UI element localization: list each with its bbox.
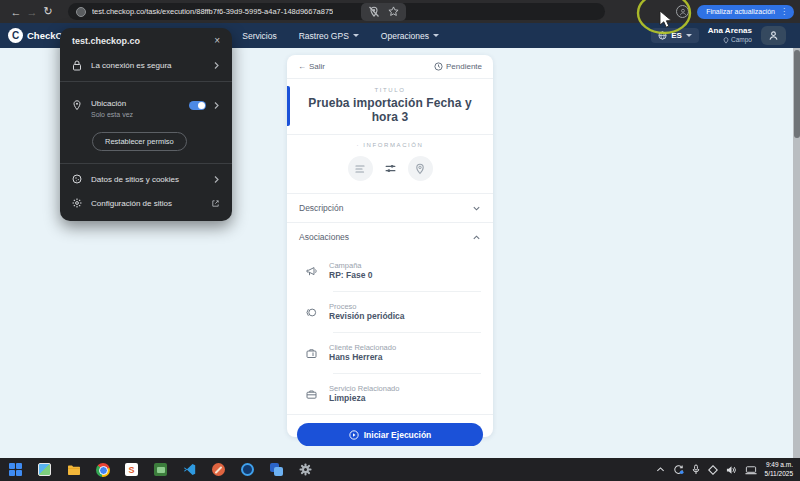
chrome-browser-icon[interactable] xyxy=(95,462,110,477)
connection-row[interactable]: La conexión es segura xyxy=(60,53,232,78)
onedrive-diamond-icon[interactable] xyxy=(708,465,718,475)
form-tab-button[interactable] xyxy=(384,162,397,175)
section-descripcion[interactable]: Descripción xyxy=(287,194,493,222)
file-explorer-icon[interactable] xyxy=(66,462,81,477)
user-role-row: Campo xyxy=(708,36,752,44)
blue-ring-app-icon[interactable] xyxy=(240,462,255,477)
vscode-icon[interactable] xyxy=(182,462,197,477)
play-circle-icon xyxy=(349,430,359,440)
location-permission-row[interactable]: Ubicación Solo esta vez xyxy=(60,85,232,125)
refresh-icon[interactable]: ↻ xyxy=(40,5,56,18)
blue-tiles-app-icon[interactable] xyxy=(269,462,284,477)
green-app-icon[interactable] xyxy=(153,462,168,477)
location-toggle[interactable] xyxy=(189,101,206,110)
bookmark-star-icon[interactable] xyxy=(388,6,399,17)
site-info-icon[interactable] xyxy=(76,7,86,17)
association-label: Servicio Relacionado xyxy=(329,384,399,394)
profile-icon[interactable] xyxy=(676,5,689,18)
portfolio-icon xyxy=(305,347,318,360)
windows-taskbar: S xyxy=(0,458,800,481)
site-settings-row[interactable]: Configuración de sitios xyxy=(60,191,232,215)
speaker-icon[interactable] xyxy=(726,465,737,475)
overflow-menu-icon[interactable]: ⋮ xyxy=(780,8,788,16)
association-value: Hans Herrera xyxy=(329,352,396,363)
association-value: RP: Fase 0 xyxy=(329,270,372,281)
align-left-icon xyxy=(354,163,366,175)
location-sub-label: Solo esta vez xyxy=(91,111,133,118)
map-pin-icon xyxy=(414,163,426,175)
checkop-logo-icon: C xyxy=(8,28,23,43)
user-name: Ana Arenas xyxy=(708,26,752,36)
language-button[interactable]: ES xyxy=(651,28,699,43)
microphone-icon[interactable] xyxy=(692,464,700,475)
association-label: Campaña xyxy=(329,261,372,271)
s-app-icon[interactable]: S xyxy=(124,462,139,477)
location-blocked-icon[interactable] xyxy=(368,6,380,18)
nav-item-label: Rastreo GPS xyxy=(299,31,349,41)
external-link-icon xyxy=(211,199,220,208)
title-label: TITULO xyxy=(299,87,481,93)
caret-down-icon xyxy=(433,34,439,37)
url-text[interactable]: test.checkop.co/task/execution/88ffb7f6-… xyxy=(92,7,333,16)
association-text: Proceso Revisión periódica xyxy=(329,302,405,323)
association-value: Revisión periódica xyxy=(329,311,405,322)
title-block: TITULO Prueba importación Fecha y hora 3 xyxy=(287,79,493,134)
reset-permission-button[interactable]: Restablecer permiso xyxy=(92,132,187,151)
finalize-update-button[interactable]: Finalizar actualización ⋮ xyxy=(697,5,794,19)
back-icon[interactable]: ← xyxy=(8,6,24,18)
location-tab-button[interactable] xyxy=(408,156,433,181)
status-badge: Pendiente xyxy=(434,62,482,71)
site-info-panel: test.checkop.co × La conexión es segura … xyxy=(60,28,232,221)
description-tab-button[interactable] xyxy=(348,156,373,181)
system-tray: 9:49 a.m. 5/11/2025 xyxy=(656,461,793,479)
scrollbar-thumb[interactable] xyxy=(794,50,800,138)
close-icon[interactable]: × xyxy=(214,36,220,46)
account-button[interactable] xyxy=(761,26,786,45)
clock-icon xyxy=(434,62,443,71)
keyboard-language-icon[interactable] xyxy=(745,465,757,475)
association-row: Servicio Relacionado Limpieza xyxy=(287,374,493,414)
section-asociaciones[interactable]: Asociaciones xyxy=(287,223,493,251)
tray-chevron-up-icon[interactable] xyxy=(656,466,665,473)
location-label: Ubicación xyxy=(91,99,126,108)
title-accent-bar xyxy=(287,86,290,126)
page-scrollbar[interactable] xyxy=(793,48,800,458)
forward-icon[interactable]: → xyxy=(24,6,40,18)
chevron-right-icon xyxy=(213,61,220,70)
lock-icon xyxy=(72,60,82,71)
photos-app-icon[interactable] xyxy=(37,462,52,477)
sync-update-icon[interactable] xyxy=(673,464,684,475)
exit-label: Salir xyxy=(309,62,325,71)
nav-item-label: Operaciones xyxy=(381,31,429,41)
cookies-row[interactable]: Datos de sitios y cookies xyxy=(60,167,232,191)
start-execution-button[interactable]: Iniciar Ejecución xyxy=(297,423,483,446)
association-label: Cliente Relacionado xyxy=(329,343,396,353)
task-card-header: ← Salir Pendiente xyxy=(287,55,493,78)
navbar-right: ES Ana Arenas Campo xyxy=(651,26,786,45)
user-block[interactable]: Ana Arenas Campo xyxy=(708,26,752,44)
nav-item-servicios[interactable]: Servicios xyxy=(242,31,276,41)
sliders-icon xyxy=(384,162,397,175)
location-pin-icon xyxy=(72,100,82,111)
association-text: Campaña RP: Fase 0 xyxy=(329,261,372,282)
nav-item-operaciones[interactable]: Operaciones xyxy=(381,31,439,41)
info-icon-row xyxy=(287,156,493,181)
process-icon xyxy=(305,306,318,319)
tray-clock[interactable]: 9:49 a.m. 5/11/2025 xyxy=(765,461,793,479)
exit-button[interactable]: ← Salir xyxy=(298,62,325,71)
start-button-icon[interactable] xyxy=(8,462,23,477)
nav-menu: Servicios Rastreo GPS Operaciones xyxy=(242,31,439,41)
address-bar[interactable]: test.checkop.co/task/execution/88ffb7f6-… xyxy=(68,3,605,20)
association-label: Proceso xyxy=(329,302,405,312)
association-text: Servicio Relacionado Limpieza xyxy=(329,384,399,405)
status-label: Pendiente xyxy=(446,62,482,71)
settings-gear-icon[interactable] xyxy=(298,462,313,477)
cookies-label: Datos de sitios y cookies xyxy=(91,175,179,184)
chevron-up-icon xyxy=(472,233,481,242)
association-text: Cliente Relacionado Hans Herrera xyxy=(329,343,396,364)
screen: ← → ↻ test.checkop.co/task/execution/88f… xyxy=(0,0,800,481)
connection-label: La conexión es segura xyxy=(91,61,172,70)
orange-app-icon[interactable] xyxy=(211,462,226,477)
nav-item-rastreo-gps[interactable]: Rastreo GPS xyxy=(299,31,359,41)
info-label: · INFORMACIÓN xyxy=(287,142,493,148)
